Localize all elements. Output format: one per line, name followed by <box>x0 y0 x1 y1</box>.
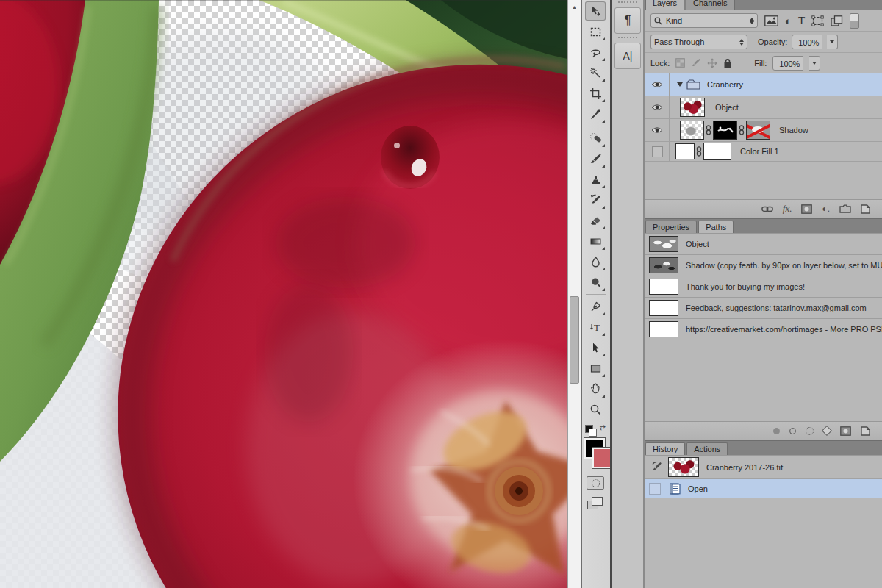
visibility-toggle[interactable] <box>645 142 670 161</box>
tool-brush[interactable] <box>585 149 606 168</box>
new-adjustment-layer-icon[interactable]: ◐. <box>822 204 830 214</box>
group-expand-arrow[interactable] <box>677 82 683 87</box>
layer-thumbnail[interactable] <box>680 121 704 140</box>
lock-transparency-icon[interactable] <box>675 58 685 68</box>
opacity-label: Opacity: <box>758 37 787 46</box>
path-row[interactable]: https://creativemarket.com/hortimages - … <box>645 319 882 340</box>
filter-shape-layers-icon[interactable] <box>811 15 824 26</box>
path-row[interactable]: Object <box>645 234 882 255</box>
path-thumbnail <box>649 257 678 273</box>
layer-row-cranberry[interactable]: Cranberry <box>645 74 882 96</box>
filter-smart-objects-icon[interactable] <box>831 15 843 26</box>
layer-filter-kind-dropdown[interactable]: Kind <box>650 13 758 28</box>
add-layer-mask-icon[interactable] <box>801 204 812 214</box>
layer-thumbnail[interactable] <box>680 98 705 117</box>
history-source-checkbox[interactable] <box>649 483 661 495</box>
layer-row-color-fill[interactable]: Color Fill 1 <box>645 142 882 162</box>
dock-grip[interactable] <box>618 1 637 7</box>
visibility-toggle[interactable] <box>645 119 670 141</box>
tool-crop[interactable] <box>585 84 606 103</box>
layer-name: Object <box>715 103 739 112</box>
new-group-icon[interactable] <box>839 204 851 213</box>
quick-mask-button[interactable] <box>587 476 604 490</box>
layer-row-shadow[interactable]: Shadow <box>645 119 882 142</box>
opacity-value[interactable]: 100% <box>792 35 822 49</box>
tool-hand[interactable] <box>585 379 606 398</box>
path-name: Thank you for buying my images! <box>686 282 805 291</box>
filter-type-layers-icon[interactable]: T <box>798 15 805 27</box>
lock-all-icon[interactable] <box>723 58 732 68</box>
layer-mask-thumbnail[interactable] <box>713 121 737 140</box>
fill-path-icon[interactable] <box>773 428 780 434</box>
new-path-icon[interactable] <box>861 426 870 436</box>
tool-eyedropper[interactable] <box>585 104 606 123</box>
tab-paths[interactable]: Paths <box>698 220 734 233</box>
tool-dodge[interactable] <box>585 273 606 292</box>
fill-color-swatch-thumbnail[interactable] <box>675 143 695 159</box>
path-name: https://creativemarket.com/hortimages - … <box>686 325 882 334</box>
tab-properties[interactable]: Properties <box>645 220 697 233</box>
add-mask-from-path-icon[interactable] <box>840 426 851 436</box>
layer-filter-toggle[interactable] <box>850 13 859 29</box>
canvas-vertical-scrollbar[interactable]: ▲ <box>567 0 581 588</box>
default-colors-control[interactable]: ⇄ <box>585 422 607 437</box>
filter-adjustment-layers-icon[interactable]: ◐ <box>785 15 792 27</box>
history-brush-source-well[interactable] <box>649 461 664 473</box>
tool-gradient[interactable] <box>585 232 606 251</box>
path-row[interactable]: Thank you for buying my images! <box>645 276 882 298</box>
new-layer-icon[interactable] <box>861 204 870 214</box>
tab-layers[interactable]: Layers <box>645 0 684 10</box>
disabled-vector-mask-thumbnail[interactable] <box>746 121 770 140</box>
opacity-dropdown-arrow[interactable] <box>827 35 838 49</box>
lock-pixels-icon[interactable] <box>691 58 701 68</box>
visibility-toggle[interactable] <box>645 74 670 96</box>
tab-actions[interactable]: Actions <box>686 442 728 455</box>
tool-pen[interactable] <box>585 297 606 316</box>
canvas-artwork <box>0 0 567 588</box>
document-canvas[interactable] <box>0 0 567 588</box>
fill-mask-thumbnail[interactable] <box>703 143 731 160</box>
fill-dropdown-arrow[interactable] <box>809 56 820 71</box>
paths-tabbar: Properties Paths <box>645 218 882 234</box>
tab-history[interactable]: History <box>645 442 685 455</box>
dock-grip[interactable] <box>618 37 637 42</box>
history-snapshot-row[interactable]: Cranberry 2017-26.tif <box>645 456 882 479</box>
path-row[interactable]: Shadow (copy feath. by 90px on layer bel… <box>645 255 882 276</box>
tool-lasso[interactable] <box>585 43 606 62</box>
tool-magic-wand[interactable] <box>585 63 606 82</box>
blend-mode-dropdown[interactable]: Pass Through <box>650 35 747 49</box>
path-as-selection-icon[interactable] <box>806 427 814 435</box>
scroll-up-arrow[interactable]: ▲ <box>569 1 580 12</box>
tool-rectangle-shape[interactable] <box>585 359 606 378</box>
tool-zoom[interactable] <box>585 400 606 419</box>
stroke-path-icon[interactable] <box>789 428 796 434</box>
tool-spot-healing-brush[interactable] <box>585 129 606 148</box>
tool-rectangular-marquee[interactable] <box>585 22 606 41</box>
tool-path-selection[interactable] <box>585 338 606 357</box>
character-panel-button[interactable]: A| <box>614 43 641 69</box>
tool-move[interactable] <box>585 1 606 21</box>
tool-type[interactable]: T <box>585 318 606 337</box>
paths-panel-bottom-bar <box>645 421 882 440</box>
filter-pixel-layers-icon[interactable] <box>764 15 778 26</box>
tab-channels[interactable]: Channels <box>686 0 734 10</box>
path-row[interactable]: Feedback, suggestions: tatarinov.max@gma… <box>645 298 882 319</box>
visibility-toggle[interactable] <box>645 96 670 118</box>
tool-eraser[interactable] <box>585 211 606 230</box>
tool-history-brush[interactable] <box>585 190 606 209</box>
link-layers-icon[interactable] <box>761 206 773 212</box>
snapshot-thumbnail[interactable] <box>668 457 699 477</box>
paragraph-panel-button[interactable]: ¶ <box>614 7 641 34</box>
history-step-open[interactable]: Open <box>645 479 882 498</box>
layer-row-object[interactable]: Object <box>645 96 882 119</box>
lock-position-icon[interactable] <box>707 58 717 68</box>
tool-clone-stamp[interactable] <box>585 170 606 189</box>
swap-colors-icon[interactable]: ⇄ <box>600 423 606 431</box>
paragraph-icon: ¶ <box>624 13 631 28</box>
fill-value[interactable]: 100% <box>772 56 803 71</box>
scrollbar-thumb[interactable] <box>570 296 579 384</box>
screen-mode-button[interactable] <box>587 497 603 510</box>
tool-blur[interactable] <box>585 252 606 271</box>
layer-style-icon[interactable]: fx. <box>783 203 792 215</box>
selection-as-path-icon[interactable] <box>823 427 831 434</box>
